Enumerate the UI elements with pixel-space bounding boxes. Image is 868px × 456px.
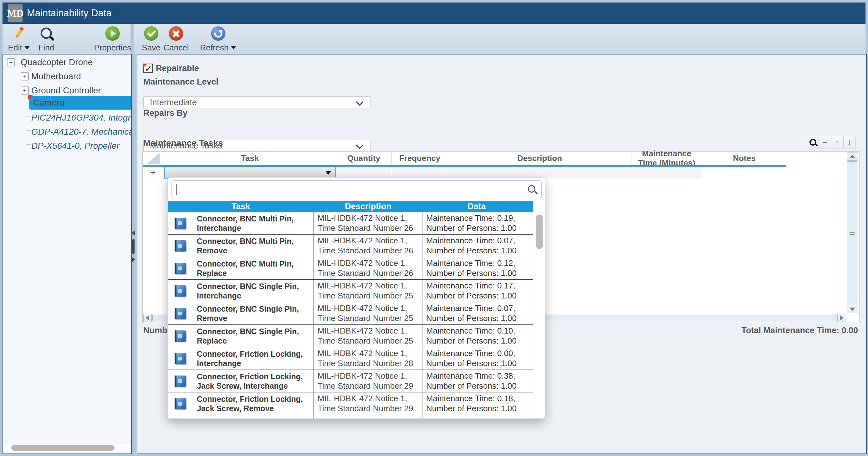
properties-button[interactable]: Properties [94, 26, 131, 53]
expand-right-icon[interactable] [132, 257, 135, 262]
list-item-partial[interactable] [168, 415, 533, 419]
list-item[interactable]: Connector, BNC Multi Pin, Remove MIL-HDB… [168, 235, 533, 257]
list-item[interactable]: Connector, BNC Multi Pin, Replace MIL-HD… [168, 257, 533, 280]
picker-header-row: Task Description Data [168, 201, 533, 212]
grid-vertical-scrollbar[interactable] [847, 160, 858, 305]
task-combo-cell[interactable] [164, 167, 336, 178]
repairable-checkbox[interactable]: ✓ [143, 63, 153, 73]
description-text: MIL-HDBK-472 Notice 1, Time Standard Num… [318, 304, 420, 323]
arrow-down-icon: ↓ [847, 138, 852, 147]
grid-scroll-right-button[interactable] [837, 314, 845, 322]
description-text: MIL-HDBK-472 Notice 1, Time Standard Num… [318, 371, 420, 391]
maintenance-level-select[interactable]: Intermediate [143, 96, 371, 108]
pencil-icon [11, 26, 26, 41]
quantity-cell[interactable] [336, 167, 392, 178]
picker-scrollbar-thumb[interactable] [536, 215, 543, 249]
list-item[interactable]: Connector, BNC Multi Pin, Interchange MI… [168, 212, 533, 235]
edit-button[interactable]: Edit [8, 26, 30, 53]
cancel-button[interactable]: Cancel [164, 26, 189, 53]
column-header-quantity[interactable]: Quantity [336, 151, 392, 165]
grid-search-button[interactable] [807, 136, 819, 148]
tree-expander-motherboard[interactable]: + [21, 72, 29, 81]
notes-cell[interactable] [702, 167, 786, 178]
arrow-down-icon [849, 308, 855, 311]
scrollbar-thumb[interactable] [848, 161, 857, 304]
list-item[interactable]: Connector, Friction Locking, Jack Screw,… [168, 370, 533, 393]
tree-expander-ground-controller[interactable]: + [21, 86, 29, 94]
task-book-icon [175, 263, 186, 274]
tree-item-gdp[interactable]: GDP-A4120-7, Mechanical [31, 127, 132, 137]
scrollbar-thumb[interactable] [11, 445, 115, 451]
cancel-x-icon [169, 26, 183, 41]
column-header-notes[interactable]: Notes [702, 151, 786, 165]
status-text: Total Maintenance Time: 0.00 [741, 326, 858, 335]
tree-item-motherboard[interactable]: Motherboard [31, 72, 81, 81]
save-label: Save [142, 43, 160, 53]
task-book-icon [175, 375, 186, 387]
column-header-maintenance-time[interactable]: Maintenance Time (Minutes) [631, 151, 702, 165]
grid-scroll-down-button[interactable] [847, 305, 858, 313]
refresh-button[interactable]: Refresh [200, 26, 236, 53]
tree-item-label: GDP-A4120-7, Mechanical [31, 127, 132, 137]
tree-item-camera-selected[interactable]: Camera [29, 96, 132, 110]
task-text: Connector, BNC Single Pin, Interchange [197, 282, 311, 300]
tree-item-quadcopter-drone[interactable]: Quadcopter Drone [21, 57, 93, 67]
task-text: Connector, BNC Single Pin, Remove [197, 304, 311, 323]
chevron-down-icon [24, 46, 29, 50]
list-item[interactable]: Connector, Friction Locking, Interchange… [168, 347, 533, 370]
frequency-cell[interactable] [392, 167, 448, 178]
tree-line [26, 144, 31, 145]
picker-column-data: Data [423, 201, 531, 212]
column-header-description[interactable]: Description [448, 151, 631, 165]
grid-scroll-up-button[interactable] [847, 152, 858, 160]
tree-horizontal-scrollbar[interactable] [4, 443, 130, 453]
chevron-down-icon [356, 141, 363, 149]
tree-item-ground-controller[interactable]: Ground Controller [31, 86, 101, 95]
tree-item-pic24[interactable]: PIC24HJ16GP304, Integrated C [31, 113, 132, 123]
save-button[interactable]: Save [142, 26, 160, 53]
header-text: Task [231, 202, 250, 211]
list-item[interactable]: Connector, BNC Single Pin, Interchange M… [168, 280, 533, 302]
arrow-up-icon [849, 155, 855, 158]
chevron-down-icon [356, 98, 363, 106]
tree-item-dp[interactable]: DP-X5641-0, Propeller [31, 141, 120, 151]
selected-value: Intermediate [150, 98, 197, 107]
search-icon [809, 139, 816, 146]
panel-splitter[interactable] [130, 54, 137, 453]
description-text: MIL-HDBK-472 Notice 1, Time Standard Num… [318, 236, 420, 255]
title-bar: MD Maintainability Data [2, 2, 866, 24]
data-text: Maintenance Time: 0.10, Number of Person… [426, 326, 528, 345]
row-header-corner [143, 151, 164, 165]
find-button[interactable]: Find [38, 26, 55, 53]
splitter-handle[interactable] [132, 239, 134, 254]
tree-expander-quadcopter[interactable]: − [7, 58, 15, 66]
column-header-frequency[interactable]: Frequency [392, 151, 448, 165]
picker-column-task: Task [168, 201, 314, 212]
add-row-button[interactable]: + [143, 167, 164, 178]
task-search-input[interactable] [172, 180, 541, 198]
arrow-up-icon: ↑ [835, 138, 839, 147]
list-item[interactable]: Connector, Friction Locking, Jack Screw,… [168, 393, 533, 415]
status-left-label: Numb [143, 326, 167, 335]
picker-column-description: Description [314, 201, 423, 212]
header-text: Data [467, 202, 486, 211]
tree-item-label: Motherboard [31, 72, 81, 81]
tree-line [16, 62, 20, 62]
collapse-left-icon[interactable] [132, 230, 135, 236]
list-item[interactable]: Connector, BNC Single Pin, Remove MIL-HD… [168, 302, 533, 325]
column-header-task[interactable]: Task [164, 151, 336, 165]
grid-remove-button[interactable]: − [819, 136, 831, 148]
expand-glyph: + [23, 87, 27, 94]
description-cell[interactable] [448, 167, 631, 178]
grid-move-down-button[interactable]: ↓ [843, 136, 856, 148]
task-text: Connector, BNC Single Pin, Replace [197, 326, 311, 345]
header-text: Maintenance Time (Minutes) [636, 149, 698, 168]
grid-scroll-left-button[interactable] [143, 314, 151, 322]
tree-item-label: DP-X5641-0, Propeller [31, 141, 120, 151]
combo-arrow-icon [326, 171, 331, 175]
plus-icon: + [150, 167, 156, 178]
grid-move-up-button[interactable]: ↑ [831, 136, 843, 148]
collapse-glyph: − [9, 59, 13, 65]
maintenance-time-cell[interactable] [631, 167, 702, 178]
list-item[interactable]: Connector, BNC Single Pin, Replace MIL-H… [168, 325, 533, 347]
